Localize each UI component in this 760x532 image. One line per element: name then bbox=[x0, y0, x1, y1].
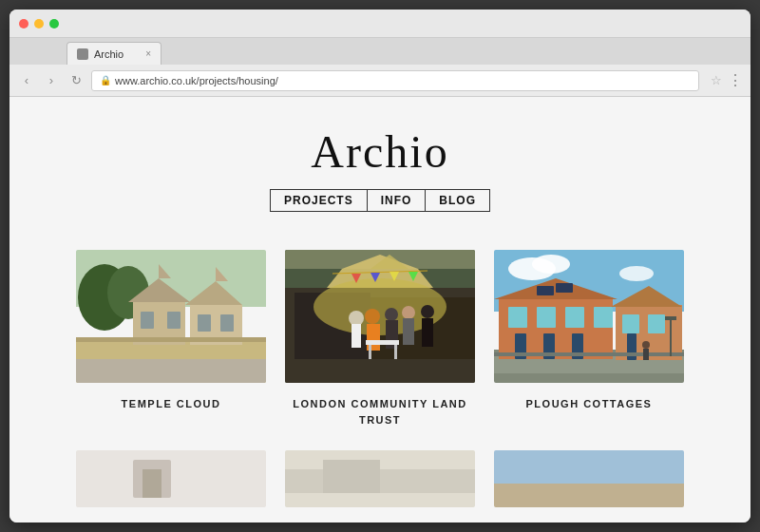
svg-rect-36 bbox=[394, 345, 397, 359]
project-title-london-clt: LONDON COMMUNITY LANDTRUST bbox=[293, 396, 466, 428]
partial-card-3[interactable] bbox=[494, 450, 684, 507]
svg-rect-8 bbox=[167, 312, 180, 329]
browser-window: Archio × ‹ › ↻ 🔒 www.archio.co.uk/projec… bbox=[10, 10, 750, 522]
svg-point-44 bbox=[532, 255, 570, 274]
svg-rect-31 bbox=[403, 318, 414, 345]
svg-rect-66 bbox=[665, 316, 676, 320]
svg-rect-15 bbox=[76, 359, 266, 383]
svg-rect-75 bbox=[494, 450, 684, 484]
menu-button[interactable]: ⋮ bbox=[728, 71, 743, 89]
svg-rect-62 bbox=[648, 314, 665, 333]
site-logo: Archio bbox=[311, 125, 448, 178]
site-header: Archio PROJECTS INFO BLOG bbox=[270, 97, 490, 221]
svg-rect-52 bbox=[508, 307, 527, 328]
close-button[interactable] bbox=[19, 19, 28, 28]
svg-point-32 bbox=[421, 305, 434, 318]
project-card-temple-cloud[interactable]: TEMPLE CLOUD bbox=[76, 250, 266, 428]
browser-toolbar: ‹ › ↻ 🔒 www.archio.co.uk/projects/housin… bbox=[10, 65, 750, 97]
tab-bar: Archio × bbox=[10, 38, 750, 65]
partial-card-2[interactable] bbox=[285, 450, 475, 507]
project-image-temple-cloud bbox=[76, 250, 266, 383]
svg-rect-54 bbox=[565, 307, 584, 328]
nav-info[interactable]: INFO bbox=[368, 189, 427, 212]
svg-point-28 bbox=[385, 308, 398, 321]
svg-rect-33 bbox=[422, 318, 433, 347]
url-text: www.archio.co.uk/projects/housing/ bbox=[115, 75, 278, 86]
nav-projects[interactable]: PROJECTS bbox=[270, 189, 368, 212]
svg-rect-34 bbox=[366, 340, 399, 345]
project-title-temple-cloud: TEMPLE CLOUD bbox=[122, 396, 221, 412]
project-card-plough-cottages[interactable]: PLOUGH COTTAGES bbox=[494, 250, 684, 428]
svg-rect-71 bbox=[142, 469, 162, 498]
svg-rect-53 bbox=[537, 307, 556, 328]
svg-rect-74 bbox=[323, 460, 380, 493]
browser-titlebar bbox=[10, 10, 750, 38]
svg-rect-7 bbox=[141, 312, 154, 329]
forward-button[interactable]: › bbox=[42, 71, 61, 90]
back-button[interactable]: ‹ bbox=[17, 71, 36, 90]
svg-rect-13 bbox=[220, 314, 234, 332]
reload-button[interactable]: ↻ bbox=[66, 71, 86, 90]
svg-rect-55 bbox=[594, 307, 613, 328]
svg-rect-12 bbox=[198, 314, 211, 332]
partial-card-1[interactable] bbox=[76, 450, 266, 507]
maximize-button[interactable] bbox=[49, 19, 59, 28]
projects-grid: TEMPLE CLOUD bbox=[38, 221, 722, 428]
svg-rect-64 bbox=[494, 352, 684, 356]
minimize-button[interactable] bbox=[34, 19, 44, 28]
nav-blog[interactable]: BLOG bbox=[426, 189, 490, 212]
projects-grid-bottom bbox=[38, 428, 722, 522]
svg-rect-25 bbox=[352, 324, 361, 348]
svg-point-30 bbox=[402, 306, 415, 319]
svg-rect-68 bbox=[643, 349, 649, 360]
svg-point-67 bbox=[642, 341, 650, 349]
svg-rect-14 bbox=[76, 337, 266, 342]
tab-favicon bbox=[77, 48, 88, 60]
svg-rect-65 bbox=[670, 316, 672, 356]
project-title-plough-cottages: PLOUGH COTTAGES bbox=[526, 396, 653, 412]
project-image-plough-cottages bbox=[494, 250, 684, 383]
site-nav: PROJECTS INFO BLOG bbox=[270, 189, 490, 212]
svg-rect-76 bbox=[494, 484, 684, 507]
active-tab[interactable]: Archio × bbox=[66, 42, 162, 65]
lock-icon: 🔒 bbox=[100, 75, 111, 86]
svg-rect-51 bbox=[556, 283, 573, 293]
tab-title: Archio bbox=[94, 48, 124, 60]
svg-point-24 bbox=[349, 311, 364, 326]
address-bar[interactable]: 🔒 www.archio.co.uk/projects/housing/ bbox=[91, 70, 699, 91]
svg-rect-50 bbox=[537, 286, 554, 295]
svg-point-26 bbox=[365, 309, 380, 324]
project-image-london-clt bbox=[285, 250, 475, 383]
tab-close-icon[interactable]: × bbox=[145, 48, 151, 59]
svg-rect-35 bbox=[369, 345, 371, 359]
project-card-london-clt[interactable]: LONDON COMMUNITY LANDTRUST bbox=[285, 250, 475, 428]
website-content: Archio PROJECTS INFO BLOG bbox=[10, 97, 750, 522]
svg-rect-61 bbox=[622, 314, 639, 333]
svg-point-45 bbox=[619, 266, 654, 281]
bookmark-icon[interactable]: ☆ bbox=[711, 73, 722, 87]
